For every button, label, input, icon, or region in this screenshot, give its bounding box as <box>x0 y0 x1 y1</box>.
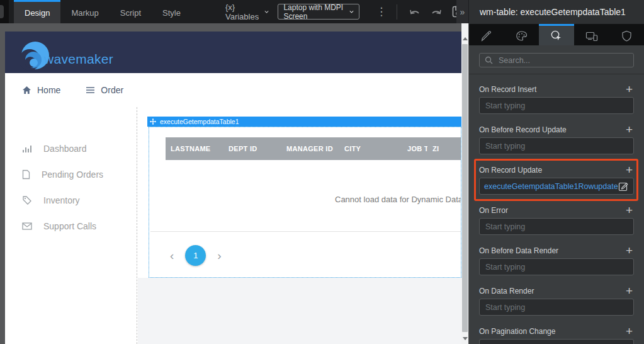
sidebar-item[interactable]: Support Calls <box>5 213 137 239</box>
pagination-next-icon[interactable]: › <box>217 249 221 261</box>
left-nav-panel: Dashboard Pending Orders <box>5 107 137 344</box>
mode-tab[interactable]: Design <box>14 0 60 23</box>
event-action-input[interactable] <box>479 137 634 154</box>
home-icon <box>22 86 31 95</box>
tag-icon <box>22 195 32 205</box>
event-header: On Error + <box>479 205 634 215</box>
preview-page: wavemaker Home Order <box>5 32 461 344</box>
pagination-prev-icon[interactable]: ‹ <box>170 249 174 261</box>
left-panel-handle[interactable] <box>0 0 9 23</box>
event-action-input[interactable] <box>479 218 634 235</box>
panel-tab[interactable] <box>504 24 539 45</box>
event-action-input[interactable] <box>479 339 634 344</box>
wavemaker-studio: Design Markup Script Style {x} Variables… <box>0 0 644 344</box>
sidebar-item-label: Support Calls <box>43 221 96 231</box>
studio-toolbar: Design Markup Script Style {x} Variables… <box>0 0 469 23</box>
add-action-icon[interactable]: + <box>624 206 634 215</box>
table-footer-divider <box>150 231 461 232</box>
event-action-input[interactable] <box>479 258 634 275</box>
document-icon <box>22 169 30 180</box>
panel-tab-strip <box>469 24 644 45</box>
table-column-header[interactable]: LASTNAME <box>166 145 223 152</box>
add-action-icon[interactable]: + <box>624 246 634 255</box>
undo-button[interactable] <box>409 6 421 18</box>
panel-tab[interactable] <box>574 24 609 45</box>
panel-tab[interactable] <box>539 24 574 45</box>
add-action-icon[interactable]: + <box>624 85 634 94</box>
table-column-header[interactable]: DEPT ID <box>223 145 281 152</box>
redo-button[interactable] <box>430 6 443 18</box>
scroll-up-arrow[interactable] <box>461 35 468 42</box>
event-header: On Before Data Render + <box>479 246 634 256</box>
event-label: On Before Data Render <box>479 246 558 255</box>
panel-tab[interactable] <box>609 24 644 45</box>
page-body: Dashboard Pending Orders <box>5 107 461 344</box>
property-search[interactable] <box>479 53 634 67</box>
chevron-down-icon <box>264 10 269 14</box>
panel-tab[interactable] <box>469 24 504 45</box>
mode-tab[interactable]: Style <box>152 0 191 23</box>
event-label: On Data Render <box>479 287 534 295</box>
add-action-icon[interactable]: + <box>624 166 634 175</box>
event-action-input[interactable] <box>479 299 634 316</box>
table-column-header[interactable]: JOB TITLE <box>402 145 427 152</box>
sidebar-item[interactable]: Dashboard <box>5 135 137 161</box>
page-content: executeGetempdataTable1 LASTNAME DEPT ID… <box>138 107 461 344</box>
sidebar-item[interactable]: Pending Orders <box>5 161 137 187</box>
event-section: On Record Update + executeGetempdataTabl… <box>479 165 634 196</box>
event-header: On Before Record Update + <box>479 125 634 135</box>
event-section: On Record Insert + <box>479 84 634 115</box>
edit-action-button[interactable] <box>618 181 629 192</box>
mode-tab-label: Design <box>25 8 50 18</box>
event-section: On Data Render + <box>479 286 634 317</box>
chevron-down-icon <box>349 10 354 14</box>
add-action-icon[interactable]: + <box>624 125 634 134</box>
mode-tab-label: Script <box>120 8 141 18</box>
variables-button[interactable]: {x} Variables <box>225 0 269 23</box>
mode-tab[interactable]: Markup <box>60 0 109 23</box>
event-action-input[interactable] <box>479 97 634 114</box>
nav-item[interactable]: Home <box>22 85 60 95</box>
triangle-down-icon <box>463 337 468 340</box>
more-options-icon[interactable]: ⋮ <box>373 6 389 17</box>
data-table-widget[interactable]: LASTNAME DEPT ID MANAGER ID CITY JOB TIT… <box>149 127 461 278</box>
canvas-scrollbar[interactable] <box>461 23 468 344</box>
triangle-up-icon <box>463 37 468 40</box>
left-panel-nub <box>0 5 4 18</box>
widget-selection-bar[interactable]: executeGetempdataTable1 <box>147 117 461 127</box>
add-action-icon[interactable]: + <box>624 287 634 295</box>
add-action-icon[interactable]: + <box>624 327 634 336</box>
search-input[interactable] <box>497 55 628 66</box>
table-column-header[interactable]: ZI <box>427 145 439 152</box>
event-action-value[interactable]: executeGetempdataTable1Rowupdate <box>479 178 634 195</box>
design-canvas: wavemaker Home Order <box>0 23 469 344</box>
content-background <box>138 278 461 344</box>
collapse-panel-button[interactable]: » <box>456 0 468 23</box>
palette-icon <box>516 30 528 42</box>
shield-icon <box>621 30 632 42</box>
sidebar-item[interactable]: Inventory <box>5 187 137 213</box>
event-section: On Error + <box>479 205 634 236</box>
mode-tab[interactable]: Script <box>110 0 152 23</box>
pagination-current-page[interactable]: 1 <box>185 245 206 266</box>
event-header: On Pagination Change + <box>479 326 634 336</box>
nav-item[interactable]: Order <box>86 85 123 95</box>
scroll-down-arrow[interactable] <box>461 335 468 342</box>
event-header: On Record Update + <box>479 165 634 175</box>
events-panel-body: On Record Insert + On Before Record Upda… <box>469 45 644 344</box>
table-column-header[interactable]: CITY <box>339 145 402 152</box>
wavemaker-logo-text: wavemaker <box>44 52 113 67</box>
bar-chart-icon <box>22 144 32 153</box>
edit-icon <box>618 181 629 192</box>
event-section: On Before Data Render + <box>479 246 634 277</box>
device-select[interactable]: Laptop with MDPI Screen <box>278 4 359 20</box>
event-header: On Data Render + <box>479 286 634 296</box>
envelope-icon <box>22 222 32 230</box>
toolbar-divider <box>397 4 397 20</box>
table-header-row: LASTNAME DEPT ID MANAGER ID CITY JOB TIT… <box>166 137 461 160</box>
event-action-link[interactable]: executeGetempdataTable1Rowupdate <box>484 182 618 191</box>
table-column-header[interactable]: MANAGER ID <box>281 145 339 152</box>
scrollbar-thumb[interactable] <box>462 44 468 332</box>
redo-icon <box>430 6 443 18</box>
mode-tab-label: Markup <box>71 8 98 18</box>
